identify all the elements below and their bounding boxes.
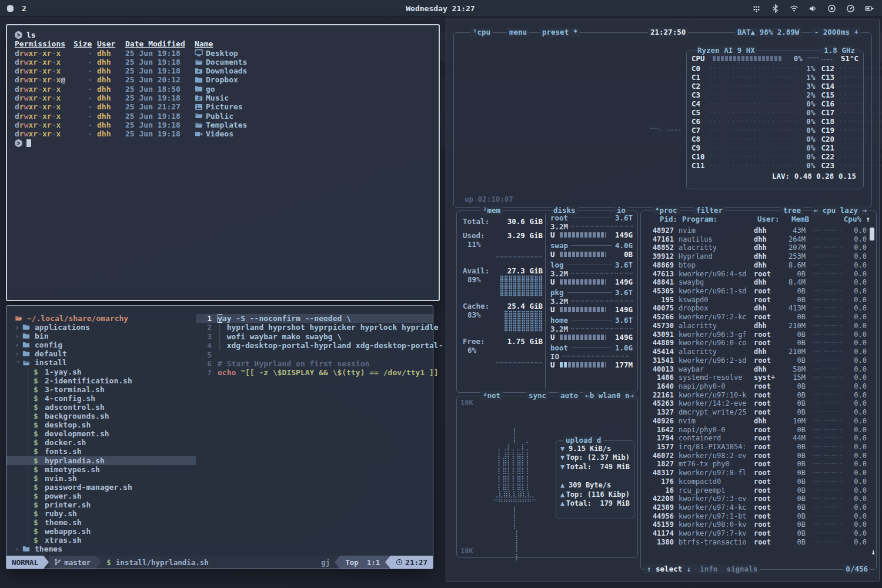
process-row[interactable]: 45263 kworker/14:2-eve root 0B 0.0 (641, 399, 868, 408)
tree-item[interactable]: $ webapps.sh (6, 527, 196, 536)
process-row[interactable]: 47613 kworker/u96:4-sd root 0B 0.0 (641, 270, 868, 279)
tree-item[interactable]: $ nvim.sh (6, 474, 196, 483)
tab-mem[interactable]: ²mem (480, 206, 503, 215)
ls-row: drwxr-xr-x - dhh 25 Jun 19:18 Desktop (15, 49, 439, 58)
tab-proc[interactable]: ⁴proc (653, 206, 680, 215)
process-row[interactable]: 48852 alacritty dhh 207M 0.0 (641, 243, 868, 252)
tree-item[interactable]: › applications (6, 323, 196, 332)
tree-item[interactable]: $ password-manager.sh (6, 483, 196, 492)
tray-icon[interactable] (808, 4, 817, 13)
process-row[interactable]: 41174 kworker/u97:7-kv root 0B 0.0 (641, 529, 868, 538)
process-row[interactable]: 1380 btrfs-transactio root 0B 0.0 (641, 538, 868, 547)
proc-header-mem[interactable]: MemB (784, 215, 809, 223)
process-row[interactable]: 48869 btop dhh 8.6M 0.0 (641, 261, 868, 270)
tree-root[interactable]: ~/.local/share/omarchy (6, 314, 196, 323)
process-row[interactable]: 1577 irq/81-PIXA3854: root 0B 0.0 (641, 443, 868, 452)
process-row[interactable]: 1794 containerd root 44M 0.0 (641, 434, 868, 443)
tree-item[interactable]: $ docker.sh (6, 438, 196, 447)
process-row[interactable]: 39912 Hyprland dhh 253M 0.0 (641, 252, 868, 261)
process-row[interactable]: 44956 kworker/u97:1-bt root 0B 0.0 (641, 512, 868, 521)
editor-buffer[interactable]: 1yay -S --noconfirm --needed \2│ hyprlan… (196, 306, 433, 556)
tray-icon[interactable] (752, 4, 761, 13)
process-row[interactable]: 45159 kworker/u98:0-kv root 0B 0.0 (641, 520, 868, 529)
tree-item[interactable]: $ fonts.sh (6, 447, 196, 456)
proc-header-program[interactable]: Program: (677, 215, 757, 223)
proc-footer-keys[interactable]: ↑ select ↓ info signals (644, 564, 760, 574)
process-row[interactable]: 22161 kworker/u97:10-k root 0B 0.0 (641, 391, 868, 400)
process-row[interactable]: 45730 alacritty dhh 210M 0.0 (641, 322, 868, 330)
net-sync-button[interactable]: sync (526, 391, 549, 400)
process-row[interactable]: 31541 kworker/u96:2-sd root 0B 0.0 (641, 356, 868, 365)
tray-icon[interactable] (771, 4, 780, 13)
workspace-indicator-icon[interactable] (7, 5, 14, 12)
tray-icon[interactable] (846, 4, 855, 13)
proc-tree-button[interactable]: tree (781, 206, 803, 215)
proc-sort-selector[interactable]: ← cpu lazy → (811, 206, 869, 215)
proc-filter-button[interactable]: filter (694, 206, 725, 215)
process-row[interactable]: 42309 kworker/u97:4-kc root 0B 0.0 (641, 503, 868, 512)
process-row[interactable]: 1486 systemd-resolve syst+ 15M 0.0 (641, 373, 868, 382)
process-row[interactable]: 42208 kworker/u97:3-ev root 0B 0.0 (641, 495, 868, 503)
update-interval[interactable]: - 2000ms + (812, 28, 861, 37)
process-row[interactable]: 40075 dropbox dhh 413M 0.0 (641, 304, 868, 313)
proc-header-pid[interactable]: Pid: (644, 215, 677, 223)
process-row[interactable]: 48926 nvim dhh 10M 0.0 (641, 417, 868, 426)
tree-item[interactable]: › themes (6, 544, 196, 553)
process-row[interactable]: 1327 dmcrypt_write/25 root 0B 0.0 (641, 408, 868, 417)
net-auto-button[interactable]: auto (558, 391, 580, 400)
scroll-down-icon[interactable]: ↓ (871, 547, 876, 556)
tree-item[interactable]: $ 1-yay.sh (6, 368, 196, 376)
process-row[interactable]: 44889 kworker/u96:0-co root 0B 0.0 (641, 339, 868, 348)
tree-item[interactable]: $ 4-config.sh (6, 394, 196, 403)
tree-item[interactable]: › config (6, 340, 196, 349)
process-row[interactable]: 48927 nvim dhh 43M 0.0 (641, 226, 868, 235)
prompt-line[interactable]: > (15, 139, 439, 148)
proc-header-user[interactable]: User: (757, 215, 784, 223)
tree-item[interactable]: $ 2-identification.sh (6, 376, 196, 385)
tree-item[interactable]: $ power.sh (6, 492, 196, 500)
tree-item[interactable]: $ mimetypes.sh (6, 465, 196, 474)
proc-header-cpu[interactable]: Cpu% ↑ (809, 215, 873, 223)
tree-item[interactable]: $ backgrounds.sh (6, 412, 196, 420)
process-row[interactable]: 1642 napi/phy0-0 root 0B 0.0 (641, 426, 868, 435)
process-row[interactable]: 40013 waybar dhh 58M 0.0 (641, 365, 868, 374)
net-interface[interactable]: ←b wlan0 n→ (583, 391, 636, 400)
tab-net[interactable]: ³net (480, 391, 503, 400)
process-row[interactable]: 176 kcompactd0 root 0B 0.0 (641, 477, 868, 486)
process-row[interactable]: 1640 napi/phy0-0 root 0B 0.0 (641, 382, 868, 391)
tree-item[interactable]: $ ruby.sh (6, 509, 196, 518)
tree-item[interactable]: $ desktop.sh (6, 420, 196, 429)
date-modified: 25 Jun 19:18 (125, 58, 190, 66)
tray-icon[interactable] (827, 4, 836, 13)
process-row[interactable]: 43091 kworker/u96:3-gf root 0B 0.0 (641, 330, 868, 339)
proc-scrollbar-thumb[interactable] (870, 228, 874, 240)
tree-item[interactable]: $ printer.sh (6, 500, 196, 509)
process-mem: 0B (781, 382, 806, 391)
workspace-number[interactable]: 2 (22, 4, 26, 13)
preset-button[interactable]: preset * (540, 28, 580, 37)
process-row[interactable]: 47161 nautilus dhh 264M 0.0 (641, 235, 868, 244)
process-row[interactable]: 48841 swaybg dhh 8.4M 0.0 (641, 278, 868, 287)
process-row[interactable]: 45305 kworker/u96:1-sd root 0B 0.0 (641, 287, 868, 296)
process-row[interactable]: 48317 kworker/u97:8-fl root 0B 0.0 (641, 469, 868, 477)
tree-item[interactable]: $ development.sh (6, 429, 196, 438)
tree-item[interactable]: $ 3-terminal.sh (6, 385, 196, 394)
tree-item[interactable]: $ theme.sh (6, 518, 196, 527)
tree-item[interactable]: › install (6, 358, 196, 367)
menu-button[interactable]: menu (507, 28, 529, 37)
process-row[interactable]: 46072 kworker/u98:2-ev root 0B 0.0 (641, 452, 868, 460)
tree-item[interactable]: $ xtras.sh (6, 536, 196, 544)
tray-icon[interactable] (790, 4, 799, 13)
tree-item[interactable]: › bin (6, 332, 196, 340)
tree-item[interactable]: $ hyprlandia.sh (6, 456, 196, 465)
process-row[interactable]: 45266 kworker/u97:2-kc root 0B 0.0 (641, 313, 868, 322)
tree-item[interactable]: › default (6, 349, 196, 358)
process-row[interactable]: 45414 alacritty dhh 210M 0.0 (641, 348, 868, 356)
tree-item[interactable]: $ adscontrol.sh (6, 403, 196, 412)
process-row[interactable]: 16 rcu_preempt root 0B 0.0 (641, 486, 868, 495)
process-mem: 0B (781, 469, 806, 477)
process-row[interactable]: 1827 mt76-tx phy0 root 0B 0.0 (641, 460, 868, 469)
tray-icon[interactable] (865, 4, 874, 13)
tab-cpu[interactable]: ¹cpu (470, 28, 493, 37)
process-row[interactable]: 195 kswapd0 root 0B 0.0 (641, 296, 868, 305)
